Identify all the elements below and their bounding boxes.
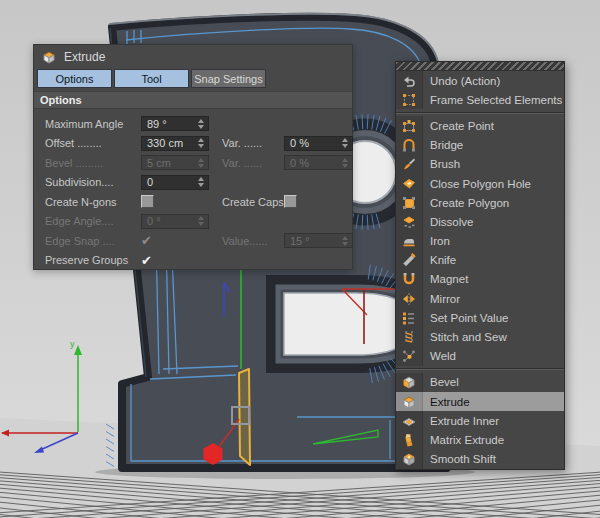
menu-item-create-polygon[interactable]: Create Polygon: [396, 193, 564, 212]
menu-item-label: Weld: [423, 350, 456, 362]
set-point-value-icon: [396, 308, 423, 327]
bridge-icon: [396, 136, 423, 155]
menu-item-label: Create Polygon: [423, 197, 509, 209]
weld-icon: [396, 347, 423, 366]
menu-separator: [396, 109, 564, 116]
menu-item-label: Bevel: [423, 376, 459, 388]
menu-item-label: Extrude: [423, 396, 470, 408]
menu-item-label: Matrix Extrude: [423, 434, 504, 446]
menu-item-brush[interactable]: Brush: [396, 155, 564, 174]
iron-icon: [396, 232, 423, 251]
create-polygon-icon: [396, 193, 423, 212]
menu-item-stitch-and-sew[interactable]: Stitch and Sew: [396, 327, 564, 346]
menu-item-iron[interactable]: Iron: [396, 232, 564, 251]
stepper-arrows: [196, 216, 205, 226]
menu-item-mirror[interactable]: Mirror: [396, 289, 564, 308]
undo-icon: [396, 71, 423, 90]
menu-separator: [396, 366, 564, 373]
mirror-icon: [396, 289, 423, 308]
dialog-title-bar[interactable]: Extrude: [34, 45, 352, 69]
menu-item-label: Bridge: [423, 139, 463, 151]
menu-item-bridge[interactable]: Bridge: [396, 136, 564, 155]
value-field[interactable]: 0 %: [284, 136, 353, 151]
menu-item-knife[interactable]: Knife: [396, 251, 564, 270]
menu-item-create-point[interactable]: Create Point: [396, 116, 564, 135]
menu-item-frame-selected-elements[interactable]: Frame Selected Elements: [396, 90, 564, 109]
extrude-inner-icon: [396, 411, 423, 430]
checkbox-checked[interactable]: ✔: [141, 254, 209, 267]
dialog-row: Create N-gonsCreate Caps: [45, 192, 352, 212]
tab-snap-settings[interactable]: Snap Settings: [191, 69, 266, 88]
value-text: 15 °: [290, 235, 340, 247]
section-header: Options: [34, 91, 352, 109]
stepper-arrows[interactable]: [196, 138, 205, 148]
stepper-arrows: [340, 158, 349, 168]
menu-item-label: Create Point: [423, 120, 494, 132]
stepper-arrows[interactable]: [340, 138, 349, 148]
value-text: 0 °: [147, 215, 196, 227]
menu-item-set-point-value[interactable]: Set Point Value: [396, 308, 564, 327]
menu-item-label: Brush: [423, 158, 460, 170]
menu-item-label: Undo (Action): [423, 75, 500, 87]
bevel-icon: [396, 373, 423, 392]
menu-item-label: Knife: [423, 254, 456, 266]
field-label-subdivision: Subdivision....: [45, 176, 141, 188]
value-field: 0 °: [141, 214, 209, 229]
menu-item-extrude[interactable]: Extrude: [396, 392, 564, 411]
dialog-row: Edge Angle....0 °: [45, 212, 352, 232]
menu-item-smooth-shift[interactable]: Smooth Shift: [396, 450, 564, 469]
value-text: 5 cm: [147, 157, 196, 169]
menu-tearoff-strip[interactable]: [396, 62, 564, 71]
matrix-extrude-icon: [396, 430, 423, 449]
value-text: 89 °: [147, 118, 196, 130]
stepper-arrows[interactable]: [196, 177, 205, 187]
stepper-arrows: [340, 236, 349, 246]
field-label-var: Var. ......: [222, 157, 284, 169]
field-label-preserve-groups: Preserve Groups: [45, 254, 141, 266]
field-label-edge-snap: Edge Snap ....: [45, 235, 141, 247]
value-field[interactable]: 89 °: [141, 116, 209, 131]
frame-selected-icon: [396, 90, 423, 109]
create-point-icon: [396, 116, 423, 135]
menu-item-label: Dissolve: [423, 216, 473, 228]
menu-item-weld[interactable]: Weld: [396, 347, 564, 366]
field-label-value: Value......: [222, 235, 284, 247]
modeling-context-menu: Undo (Action)Frame Selected ElementsCrea…: [395, 61, 565, 470]
checkbox-checked: ✔: [141, 234, 209, 247]
extrude-icon: [42, 50, 56, 64]
field-label-edge-angle: Edge Angle....: [45, 215, 141, 227]
value-field[interactable]: 330 cm: [141, 136, 209, 151]
value-text: 0 %: [290, 137, 340, 149]
checkbox-unchecked[interactable]: [284, 195, 297, 208]
menu-item-magnet[interactable]: Magnet: [396, 270, 564, 289]
menu-item-label: Set Point Value: [423, 312, 508, 324]
menu-item-dissolve[interactable]: Dissolve: [396, 212, 564, 231]
smooth-shift-icon: [396, 450, 423, 469]
value-field: 5 cm: [141, 155, 209, 170]
application-window: y Extrude OptionsToolSnap Settings Optio…: [0, 0, 600, 518]
menu-item-label: Close Polygon Hole: [423, 178, 531, 190]
stepper-arrows[interactable]: [196, 119, 205, 129]
menu-item-label: Magnet: [423, 273, 468, 285]
menu-item-close-polygon-hole[interactable]: Close Polygon Hole: [396, 174, 564, 193]
close-polygon-hole-icon: [396, 174, 423, 193]
menu-item-matrix-extrude[interactable]: Matrix Extrude: [396, 430, 564, 449]
tab-options[interactable]: Options: [37, 69, 112, 88]
checkbox-unchecked[interactable]: [141, 195, 154, 208]
menu-item-undo-action[interactable]: Undo (Action): [396, 71, 564, 90]
field-label-bevel: Bevel .........: [45, 157, 141, 169]
value-field[interactable]: 0: [141, 175, 209, 190]
knife-icon: [396, 251, 423, 270]
menu-item-extrude-inner[interactable]: Extrude Inner: [396, 411, 564, 430]
field-label-maximum-angle: Maximum Angle: [45, 118, 141, 130]
extrude-icon: [396, 392, 423, 411]
dialog-row: Bevel .........5 cmVar. ......0 %: [45, 153, 352, 173]
dialog-tabs: OptionsToolSnap Settings: [34, 69, 352, 89]
menu-item-label: Smooth Shift: [423, 453, 496, 465]
tab-tool[interactable]: Tool: [114, 69, 189, 88]
value-field: 0 %: [284, 155, 353, 170]
menu-item-bevel[interactable]: Bevel: [396, 373, 564, 392]
field-label-create-n-gons: Create N-gons: [45, 196, 141, 208]
dialog-rows: Maximum Angle89 °Offset ........330 cmVa…: [34, 109, 352, 270]
dialog-row: Subdivision....0: [45, 173, 352, 193]
